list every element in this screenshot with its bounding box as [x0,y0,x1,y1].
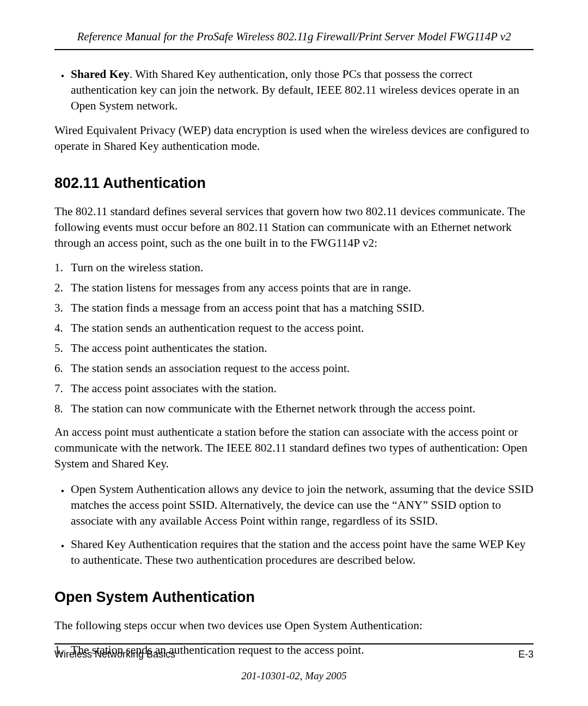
step-number: 2. [54,281,71,295]
para-80211-intro: The 802.11 standard defines several serv… [54,204,534,251]
footer-left: Wireless Networking Basics [54,649,175,660]
step-text: The station can now communicate with the… [71,402,534,416]
step-text: The access point associates with the sta… [71,382,534,395]
bullet-text: . With Shared Key authentication, only t… [71,68,519,112]
step-text: The access point authenticates the stati… [71,342,534,355]
step-8: 8. The station can now communicate with … [54,402,534,416]
header-rule [54,49,534,50]
step-text: The station sends an authentication requ… [71,321,534,335]
step-text: The station finds a message from an acce… [71,301,534,315]
step-6: 6. The station sends an association requ… [54,362,534,375]
footer-rule [54,643,534,644]
step-3: 3. The station finds a message from an a… [54,301,534,315]
heading-80211-auth: 802.11 Authentication [54,175,534,192]
bullet-open-system: • Open System Authentication allows any … [54,482,534,529]
step-number: 6. [54,362,71,375]
step-7: 7. The access point associates with the … [54,382,534,395]
step-4: 4. The station sends an authentication r… [54,321,534,335]
bullet-shared-key: • Shared Key. With Shared Key authentica… [54,66,534,114]
bullet-icon: • [54,66,71,83]
bullet-text: Shared Key Authentication requires that … [71,537,534,568]
step-5: 5. The access point authenticates the st… [54,342,534,355]
step-number: 8. [54,402,71,416]
footer-right: E-3 [518,649,534,660]
step-text: The station listens for messages from an… [71,281,534,295]
step-text: The station sends an association request… [71,362,534,375]
heading-open-system-auth: Open System Authentication [54,589,534,606]
content-area: • Shared Key. With Shared Key authentica… [54,66,534,657]
step-number: 1. [54,261,71,275]
footer: Wireless Networking Basics E-3 201-10301… [54,643,534,682]
bullet-icon: • [54,482,71,498]
step-number: 7. [54,382,71,395]
step-text: Turn on the wireless station. [71,261,534,275]
para-authenticate-before: An access point must authenticate a stat… [54,424,534,472]
header-title: Reference Manual for the ProSafe Wireles… [54,30,534,44]
step-1: 1. Turn on the wireless station. [54,261,534,275]
bullet-icon: • [54,537,71,553]
para-open-system-intro: The following steps occur when two devic… [54,618,534,634]
step-2: 2. The station listens for messages from… [54,281,534,295]
step-number: 5. [54,342,71,355]
footer-docnum: 201-10301-02, May 2005 [54,670,534,682]
step-number: 3. [54,301,71,315]
page: Reference Manual for the ProSafe Wireles… [0,0,588,706]
step-number: 4. [54,321,71,335]
para-wep: Wired Equivalent Privacy (WEP) data encr… [54,123,534,154]
bullet-shared-key-req: • Shared Key Authentication requires tha… [54,537,534,568]
bullet-content: Shared Key. With Shared Key authenticati… [71,66,534,114]
term-shared-key: Shared Key [71,68,130,81]
bullet-text: Open System Authentication allows any de… [71,482,534,529]
